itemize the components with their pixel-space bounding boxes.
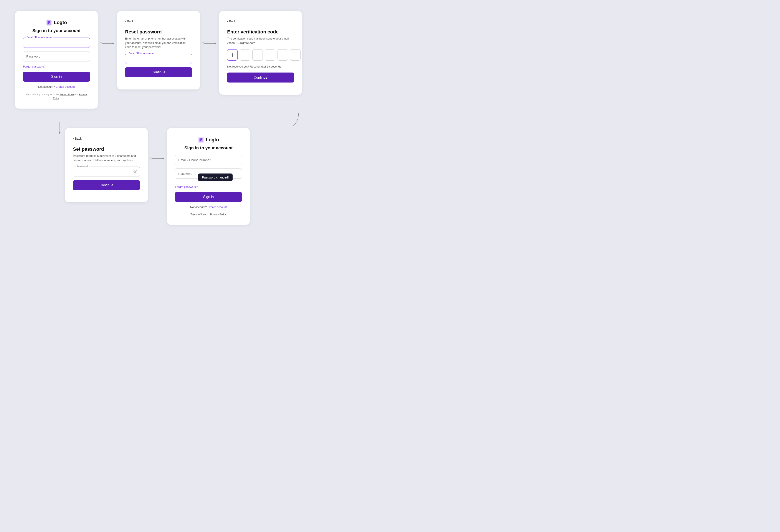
svg-marker-11 [59, 132, 61, 134]
reset-email-label: Email / Phone number [128, 52, 155, 55]
svg-marker-15 [162, 158, 164, 159]
verify-continue-button[interactable]: Continue [227, 72, 294, 83]
reset-subtitle: Enter the email or phone number associat… [125, 37, 192, 49]
password-field-wrapper [23, 51, 90, 61]
setpass-password-input[interactable] [73, 166, 140, 177]
code-input-6[interactable] [290, 49, 300, 60]
arrow-1-2 [100, 41, 115, 46]
setpass-input-wrapper [73, 166, 140, 177]
email-input[interactable] [23, 38, 90, 48]
code-inputs [227, 49, 294, 60]
svg-rect-3 [49, 21, 50, 23]
card5-forgot-link[interactable]: Forgot password? [175, 185, 242, 189]
code-input-1[interactable] [227, 49, 238, 60]
resend-text: Not received yet? Resend after 59 second… [227, 65, 294, 68]
setpass-field-wrapper: Password [73, 166, 140, 177]
svg-marker-9 [214, 43, 216, 44]
card-setpass: ‹ Back Set password Password requires a … [65, 128, 148, 202]
setpass-title: Set password [73, 146, 140, 152]
reset-email-field-wrapper: Email / Phone number [125, 54, 192, 64]
logto-icon [46, 19, 52, 26]
setpass-subtitle: Password requires a minimum of 8 charact… [73, 154, 140, 162]
verify-back-button[interactable]: ‹ Back [227, 19, 236, 23]
code-input-3[interactable] [252, 49, 263, 60]
email-field-label: Email / Phone number [26, 36, 53, 39]
email-field-wrapper: Email / Phone number [23, 38, 90, 48]
eye-icon[interactable] [133, 170, 137, 174]
logo-text: Logto [54, 20, 67, 26]
card5-create-account: Not account? Create account [175, 205, 242, 209]
card-signin-final: Logto Sign in to your account Password c… [167, 128, 250, 225]
reset-back-button[interactable]: ‹ Back [125, 19, 134, 23]
logo-text-2: Logto [206, 137, 219, 143]
setpass-continue-button[interactable]: Continue [73, 180, 140, 190]
svg-point-4 [100, 43, 102, 44]
arrow-2-3 [202, 41, 217, 46]
logo-area: Logto [23, 19, 90, 26]
reset-email-input[interactable] [125, 54, 192, 64]
card5-password-wrapper: Password changed! [175, 168, 242, 179]
code-input-5[interactable] [278, 49, 288, 60]
code-input-4[interactable] [265, 49, 275, 60]
terms-text: By continuing, you agree to the Terms of… [23, 93, 90, 100]
svg-rect-17 [199, 138, 203, 142]
logo-area-2: Logto [175, 137, 242, 143]
card-reset: ‹ Back Reset password Enter the email or… [117, 11, 200, 90]
reset-title: Reset password [125, 29, 192, 35]
svg-point-7 [202, 43, 204, 44]
create-account-text: Not account? Create account [23, 85, 90, 88]
arrow-4-5 [150, 156, 165, 161]
card5-create-account-link[interactable]: Create account [208, 205, 227, 209]
verify-subtitle: The verification code has been sent to y… [227, 37, 294, 45]
logto-icon-2 [198, 137, 204, 143]
setpass-password-label: Password [76, 165, 89, 168]
signin-button[interactable]: Sign in [23, 71, 90, 82]
svg-rect-19 [201, 138, 202, 140]
card5-email-wrapper [175, 155, 242, 165]
svg-rect-18 [200, 138, 201, 141]
card5-terms-link[interactable]: Terms of Use [190, 213, 206, 216]
create-account-link[interactable]: Create account [56, 85, 75, 88]
password-changed-toast: Password changed! [198, 174, 233, 181]
card-signin: Logto Sign in to your account Email / Ph… [15, 11, 98, 108]
card5-signin-button[interactable]: Sign in [175, 192, 242, 202]
card-verify: ‹ Back Enter verification code The verif… [219, 11, 302, 95]
card5-title: Sign in to your account [175, 145, 242, 150]
setpass-back-button[interactable]: ‹ Back [73, 137, 82, 140]
svg-point-13 [150, 158, 152, 159]
card5-privacy-link[interactable]: Privacy Policy [210, 213, 227, 216]
card5-email-input[interactable] [175, 155, 242, 165]
password-input[interactable] [23, 51, 90, 61]
svg-marker-6 [112, 43, 114, 44]
reset-continue-button[interactable]: Continue [125, 67, 192, 77]
svg-rect-1 [47, 20, 51, 25]
code-input-2[interactable] [240, 49, 250, 60]
card1-title: Sign in to your account [23, 28, 90, 33]
forgot-password-link[interactable]: Forgot password? [23, 65, 90, 68]
svg-rect-2 [48, 21, 49, 24]
verify-title: Enter verification code [227, 29, 294, 35]
card5-terms-row: Terms of Use Privacy Policy [175, 213, 242, 216]
terms-of-use-link[interactable]: Terms of Use [60, 93, 74, 96]
